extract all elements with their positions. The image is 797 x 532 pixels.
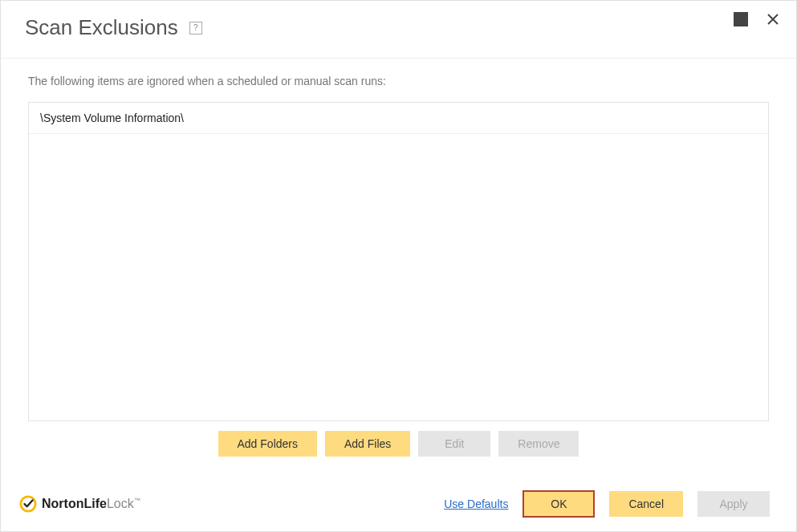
brand-logo-icon: [19, 495, 37, 513]
remove-button: Remove: [498, 431, 579, 457]
edit-button: Edit: [418, 431, 490, 457]
minimize-icon: [734, 12, 748, 26]
close-button[interactable]: [766, 12, 780, 26]
window-controls: [734, 12, 780, 26]
exclusions-list[interactable]: \System Volume Information\: [28, 102, 769, 421]
minimize-button[interactable]: [734, 12, 748, 26]
help-icon[interactable]: ?: [189, 22, 202, 35]
cancel-button[interactable]: Cancel: [609, 491, 683, 517]
page-title: Scan Exclusions: [25, 15, 178, 40]
description-text: The following items are ignored when a s…: [28, 75, 769, 87]
list-item[interactable]: \System Volume Information\: [29, 103, 768, 134]
footer: NortonLifeLock™ Use Defaults OK Cancel A…: [0, 479, 797, 532]
brand-text: NortonLifeLock™: [42, 497, 140, 511]
brand: NortonLifeLock™: [19, 495, 140, 513]
add-files-button[interactable]: Add Files: [325, 431, 410, 457]
brand-part-1: Norton: [42, 497, 83, 510]
action-buttons-row: Add Folders Add Files Edit Remove: [28, 431, 769, 457]
trademark-icon: ™: [134, 497, 140, 504]
add-folders-button[interactable]: Add Folders: [218, 431, 317, 457]
ok-button[interactable]: OK: [523, 490, 595, 518]
brand-part-2: Life: [83, 497, 106, 510]
title-bar: Scan Exclusions ?: [1, 1, 796, 59]
use-defaults-link[interactable]: Use Defaults: [444, 497, 508, 510]
brand-part-3: Lock: [107, 497, 134, 510]
main-content: The following items are ignored when a s…: [1, 59, 796, 457]
footer-buttons: Use Defaults OK Cancel Apply: [444, 490, 770, 518]
apply-button: Apply: [697, 491, 770, 517]
close-icon: [767, 14, 779, 25]
